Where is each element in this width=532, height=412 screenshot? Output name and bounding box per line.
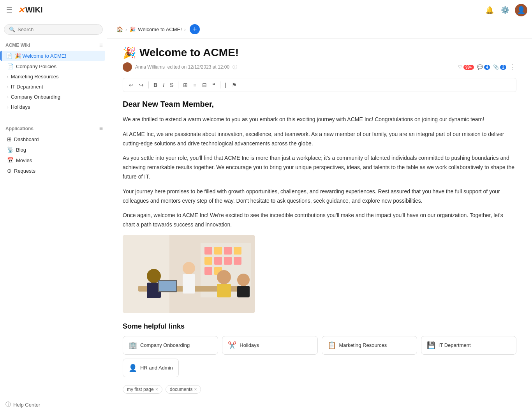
link-card-hr[interactable]: 👤 HR and Admin (123, 359, 179, 377)
sidebar: 🔍 ACME Wiki ≡ 📄 🎉 Welcome to ACME! 📄 Com… (0, 20, 107, 412)
helpful-links-section: Some helpful links 🏢 Company Onboarding … (123, 322, 516, 377)
link-card-holidays[interactable]: ✂️ Holidays (222, 336, 317, 355)
ordered-list-button[interactable]: ⊟ (200, 81, 209, 89)
notifications-icon[interactable]: 🔔 (484, 4, 495, 16)
toolbar-sep3 (220, 81, 220, 88)
sidebar-item-marketing-label: Marketing Resources (11, 74, 59, 80)
quote-button[interactable]: ❝ (210, 81, 217, 89)
comments-badge: 4 (484, 65, 490, 70)
unordered-list-button[interactable]: ≡ (191, 81, 198, 89)
sidebar-item-welcome[interactable]: 📄 🎉 Welcome to ACME! (0, 51, 105, 61)
tag-remove-documents[interactable]: × (194, 387, 197, 392)
article-p5: Once again, welcome to ACME Inc! We're e… (123, 211, 516, 230)
sidebar-item-holidays-label: Holidays (11, 104, 30, 110)
sidebar-item-holidays[interactable]: › Holidays (2, 102, 105, 112)
svg-rect-7 (204, 257, 212, 265)
page-meta-left: Anna Williams edited on 12/12/2023 at 12… (123, 62, 237, 72)
link-card-it[interactable]: 💾 IT Department (421, 336, 516, 355)
holidays-chevron-icon: › (7, 105, 9, 110)
page-header: 🎉 Welcome to ACME! (123, 46, 516, 59)
link-label-onboarding: Company Onboarding (140, 342, 190, 348)
sidebar-item-company-onboarding[interactable]: › Company Onboarding (2, 92, 105, 102)
table-button[interactable]: ⊞ (181, 81, 190, 89)
link-card-marketing[interactable]: 📋 Marketing Resources (322, 336, 417, 355)
sidebar-divider (5, 118, 101, 118)
main-layout: 🔍 ACME Wiki ≡ 📄 🎉 Welcome to ACME! 📄 Com… (0, 20, 532, 412)
tag-first-page[interactable]: my first page × (123, 385, 162, 394)
italic-button[interactable]: I (161, 81, 166, 89)
home-icon[interactable]: 🏠 (116, 26, 123, 32)
strikethrough-button[interactable]: S (168, 81, 175, 89)
tag-documents[interactable]: documents × (166, 385, 201, 394)
svg-rect-5 (224, 247, 232, 255)
sidebar-item-dashboard[interactable]: ⊞ Dashboard (2, 134, 105, 144)
svg-point-16 (183, 262, 195, 274)
svg-rect-11 (204, 267, 212, 275)
page-emoji: 🎉 (123, 46, 136, 59)
svg-rect-10 (234, 257, 241, 265)
svg-rect-3 (204, 247, 212, 255)
marketing-chevron-icon: › (7, 74, 9, 79)
sidebar-item-marketing-resources[interactable]: › Marketing Resources (2, 72, 105, 81)
article-greeting: Dear New Team Member, (123, 100, 516, 109)
apps-section-menu[interactable]: ≡ (99, 125, 103, 132)
sidebar-item-blog-label: Blog (16, 147, 26, 153)
help-icon: ⓘ (5, 401, 11, 408)
help-center[interactable]: ⓘ Help Center (0, 397, 107, 412)
more-options-icon[interactable]: ⋮ (509, 63, 516, 71)
logo-wiki: WIKI (25, 5, 42, 14)
add-page-button[interactable]: + (190, 24, 200, 34)
tags-section: my first page × documents × (123, 385, 516, 394)
tag-label-documents: documents (170, 387, 193, 392)
sidebar-item-company-policies[interactable]: 📄 Company Policies (2, 61, 105, 71)
meeting-image (123, 235, 255, 313)
author-name: Anna Williams (135, 64, 165, 70)
it-link-icon: 💾 (427, 341, 435, 350)
search-input[interactable] (18, 27, 98, 32)
sidebar-item-requests[interactable]: ⊙ Requests (2, 166, 105, 176)
svg-rect-9 (224, 257, 232, 265)
sidebar-item-blog[interactable]: 📡 Blog (2, 145, 105, 155)
wiki-section-menu[interactable]: ≡ (99, 42, 103, 49)
redo-button[interactable]: ↪ (137, 81, 146, 89)
link-label-marketing: Marketing Resources (339, 342, 387, 348)
page-meta: Anna Williams edited on 12/12/2023 at 12… (123, 62, 516, 72)
search-box[interactable]: 🔍 (4, 24, 103, 35)
links-grid: 🏢 Company Onboarding ✂️ Holidays 📋 Marke… (123, 336, 516, 355)
attachments-badge: 2 (500, 65, 506, 70)
svg-rect-19 (217, 284, 231, 297)
app-logo: ✕ WIKI (18, 5, 42, 15)
article-p1: We are thrilled to extend a warm welcome… (123, 115, 516, 124)
sidebar-item-welcome-label: 🎉 Welcome to ACME! (15, 53, 66, 59)
bold-button[interactable]: B (151, 81, 159, 89)
page-meta-text: Anna Williams edited on 12/12/2023 at 12… (135, 64, 229, 70)
page-meta-right: ♡ 99+ 💬 4 📎 2 ⋮ (458, 63, 516, 71)
tag-remove-first-page[interactable]: × (155, 387, 158, 392)
page-content: 🎉 Welcome to ACME! Anna Williams edited … (107, 39, 532, 412)
link-label-it: IT Department (439, 342, 471, 348)
bookmark-button[interactable]: ⚑ (230, 81, 239, 89)
link-card-onboarding[interactable]: 🏢 Company Onboarding (123, 336, 218, 355)
sidebar-item-onboarding-label: Company Onboarding (11, 94, 60, 100)
breadcrumb-sep1: › (125, 27, 127, 32)
settings-icon[interactable]: ⚙️ (499, 4, 511, 16)
sidebar-item-movies[interactable]: 📅 Movies (2, 155, 105, 165)
hr-link-icon: 👤 (129, 364, 137, 372)
attachments-action[interactable]: 📎 2 (493, 64, 506, 70)
divider-button[interactable]: | (223, 81, 229, 89)
sidebar-item-it-department[interactable]: › IT Department (2, 82, 105, 92)
svg-rect-21 (159, 281, 176, 291)
links-row2: 👤 HR and Admin (123, 359, 516, 377)
tag-label-first-page: my first page (127, 387, 154, 392)
breadcrumb-emoji: 🎉 (129, 27, 136, 32)
undo-button[interactable]: ↩ (127, 81, 136, 89)
page-title: Welcome to ACME! (139, 46, 239, 59)
likes-badge: 99+ (463, 65, 474, 70)
wiki-section: ACME Wiki ≡ 📄 🎉 Welcome to ACME! 📄 Compa… (0, 37, 107, 115)
blog-icon: 📡 (7, 147, 14, 153)
info-icon[interactable]: ⓘ (233, 64, 237, 71)
hamburger-menu[interactable]: ☰ (5, 4, 14, 16)
user-avatar[interactable]: 👤 (515, 4, 527, 16)
likes-action[interactable]: ♡ 99+ (458, 64, 474, 70)
comments-action[interactable]: 💬 4 (477, 64, 490, 70)
